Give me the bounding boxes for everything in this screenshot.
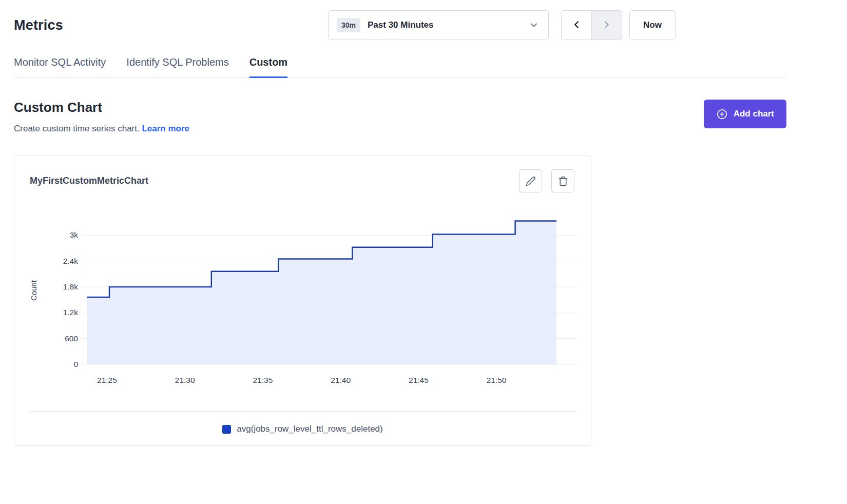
x-tick-label: 21:30 [175, 376, 195, 384]
section-description: Create custom time series chart. Learn m… [14, 124, 189, 134]
y-tick-label: 2.4k [63, 257, 79, 265]
x-tick-label: 21:45 [409, 376, 429, 384]
series-area [87, 221, 556, 364]
chart-legend: avg(jobs_row_level_ttl_rows_deleted) [14, 424, 591, 434]
section-description-text: Create custom time series chart. [14, 124, 140, 133]
chart-title: MyFirstCustomMetricChart [30, 176, 148, 186]
x-tick-label: 21:40 [331, 376, 351, 384]
chart-card-header: MyFirstCustomMetricChart [30, 169, 574, 192]
now-button[interactable]: Now [629, 10, 676, 40]
x-tick-label: 21:25 [97, 376, 117, 384]
learn-more-link[interactable]: Learn more [142, 124, 189, 133]
custom-metric-chart-card: MyFirstCustomMetricChart 06001.2k1.8k2.4… [14, 156, 591, 445]
y-tick-label: 3k [70, 230, 79, 239]
legend-divider [30, 411, 575, 412]
tab-monitor-sql-activity[interactable]: Monitor SQL Activity [14, 56, 106, 78]
legend-label: avg(jobs_row_level_ttl_rows_deleted) [237, 424, 382, 434]
chevron-down-icon [529, 20, 539, 30]
chevron-right-icon [601, 19, 612, 32]
section-title: Custom Chart [14, 100, 189, 115]
tab-identify-sql-problems[interactable]: Identify SQL Problems [126, 56, 228, 78]
y-tick-label: 0 [73, 360, 78, 369]
tab-custom[interactable]: Custom [249, 56, 287, 78]
topbar: Metrics 30m Past 30 Minutes Now [14, 10, 676, 40]
pencil-icon [526, 176, 536, 186]
y-tick-label: 1.8k [63, 282, 79, 291]
previous-time-button[interactable] [561, 10, 592, 40]
section-head-text: Custom Chart Create custom time series c… [14, 100, 189, 134]
time-pager [561, 10, 622, 40]
time-controls: 30m Past 30 Minutes Now [328, 10, 676, 40]
trash-icon [558, 176, 568, 186]
custom-chart-section: Custom Chart Create custom time series c… [0, 100, 847, 445]
x-tick-label: 21:35 [253, 376, 273, 384]
add-chart-button-label: Add chart [734, 109, 774, 119]
y-axis-label: Count [29, 280, 38, 301]
next-time-button[interactable] [591, 10, 622, 40]
delete-chart-button[interactable] [551, 169, 574, 192]
time-range-dropdown[interactable]: 30m Past 30 Minutes [328, 10, 549, 40]
section-head: Custom Chart Create custom time series c… [14, 100, 786, 134]
add-chart-button[interactable]: Add chart [704, 100, 786, 128]
plus-circle-icon [716, 108, 728, 120]
chevron-left-icon [571, 19, 582, 32]
y-tick-label: 600 [65, 334, 78, 343]
chart-card-actions [519, 169, 574, 192]
time-range-badge: 30m [337, 18, 360, 32]
time-range-label: Past 30 Minutes [368, 20, 434, 30]
y-tick-label: 1.2k [63, 308, 79, 317]
x-tick-label: 21:50 [487, 376, 507, 384]
page-title: Metrics [14, 17, 63, 33]
edit-chart-button[interactable] [519, 169, 542, 192]
legend-swatch [222, 425, 231, 434]
legend-item[interactable]: avg(jobs_row_level_ttl_rows_deleted) [222, 424, 382, 434]
tab-bar: Monitor SQL Activity Identify SQL Proble… [14, 56, 786, 78]
